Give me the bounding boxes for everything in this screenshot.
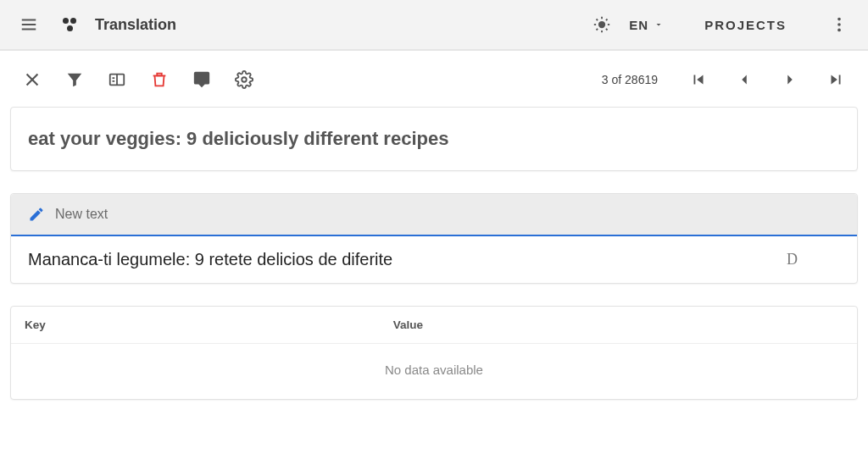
hamburger-menu-icon[interactable]	[17, 13, 41, 36]
delete-icon[interactable]	[147, 68, 171, 91]
language-selector[interactable]: EN	[629, 18, 664, 32]
kebab-menu-icon[interactable]	[827, 13, 851, 36]
app-logo-icon	[63, 17, 78, 32]
table-header-row: Key Value	[11, 307, 857, 344]
record-counter: 3 of 28619	[602, 73, 658, 86]
projects-link[interactable]: PROJECTS	[704, 18, 787, 32]
close-icon[interactable]	[20, 68, 44, 91]
svg-point-12	[837, 18, 841, 21]
svg-line-9	[606, 29, 608, 30]
svg-line-10	[597, 29, 598, 30]
chevron-down-icon	[654, 19, 664, 30]
first-page-icon[interactable]	[687, 68, 710, 91]
metadata-table: Key Value No data available	[10, 306, 858, 400]
filter-icon[interactable]	[63, 68, 86, 91]
source-text-card: eat your veggies: 9 deliciously differen…	[10, 107, 858, 171]
edit-icon	[28, 206, 45, 223]
pagination-controls	[687, 68, 848, 91]
theme-toggle-icon[interactable]	[590, 13, 614, 36]
settings-icon[interactable]	[232, 68, 256, 91]
split-view-icon[interactable]	[105, 68, 129, 91]
column-key: Key	[25, 318, 393, 331]
column-value: Value	[393, 318, 843, 331]
svg-point-3	[598, 21, 605, 28]
comment-icon[interactable]	[190, 68, 214, 91]
status-badge: D	[787, 251, 798, 269]
svg-point-13	[837, 23, 841, 26]
target-label: New text	[55, 207, 108, 222]
editor-toolbar: 3 of 28619	[0, 51, 868, 107]
source-text: eat your veggies: 9 deliciously differen…	[28, 128, 840, 150]
target-text-card: New text Mananca-ti legumele: 9 retete d…	[10, 193, 858, 284]
target-body[interactable]: Mananca-ti legumele: 9 retete delicios d…	[11, 236, 857, 283]
prev-page-icon[interactable]	[732, 68, 756, 91]
app-title: Translation	[95, 16, 176, 34]
next-page-icon[interactable]	[778, 68, 802, 91]
target-text[interactable]: Mananca-ti legumele: 9 retete delicios d…	[28, 250, 787, 269]
app-header: Translation EN PROJECTS	[0, 0, 868, 51]
language-code: EN	[629, 18, 648, 32]
last-page-icon[interactable]	[824, 68, 848, 91]
svg-line-11	[606, 19, 608, 20]
table-empty-message: No data available	[11, 344, 857, 399]
svg-point-14	[837, 29, 841, 32]
target-header[interactable]: New text	[11, 194, 857, 236]
svg-line-8	[597, 19, 598, 20]
svg-point-21	[242, 77, 247, 82]
